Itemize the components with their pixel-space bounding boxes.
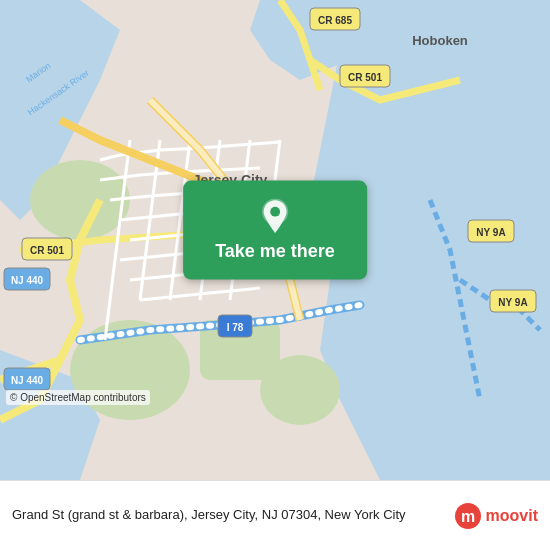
- osm-attribution-text: © OpenStreetMap contributors: [10, 392, 146, 403]
- button-overlay: Take me there: [183, 181, 367, 280]
- take-me-there-button[interactable]: Take me there: [183, 181, 367, 280]
- svg-text:NJ 440: NJ 440: [11, 375, 44, 386]
- address-label: Grand St (grand st & barbara), Jersey Ci…: [12, 507, 406, 522]
- location-pin-icon: [257, 199, 293, 235]
- osm-attribution: © OpenStreetMap contributors: [6, 390, 150, 405]
- svg-text:Hoboken: Hoboken: [412, 33, 468, 48]
- map-container: CR 685 CR 501 CR 501 NJ 440 NJ 440 I 78 …: [0, 0, 550, 480]
- take-me-there-label: Take me there: [215, 241, 335, 262]
- moovit-brand-name: moovit: [486, 507, 538, 525]
- svg-text:CR 501: CR 501: [348, 72, 382, 83]
- svg-point-30: [270, 207, 280, 217]
- svg-text:CR 501: CR 501: [30, 245, 64, 256]
- address-text: Grand St (grand st & barbara), Jersey Ci…: [12, 506, 454, 524]
- moovit-logo[interactable]: m moovit: [454, 502, 538, 530]
- svg-text:NY 9A: NY 9A: [498, 297, 527, 308]
- svg-text:NJ 440: NJ 440: [11, 275, 44, 286]
- bottom-bar: Grand St (grand st & barbara), Jersey Ci…: [0, 480, 550, 550]
- svg-text:CR 685: CR 685: [318, 15, 352, 26]
- svg-text:NY 9A: NY 9A: [476, 227, 505, 238]
- svg-text:I 78: I 78: [227, 322, 244, 333]
- moovit-icon: m: [454, 502, 482, 530]
- svg-text:m: m: [460, 508, 474, 525]
